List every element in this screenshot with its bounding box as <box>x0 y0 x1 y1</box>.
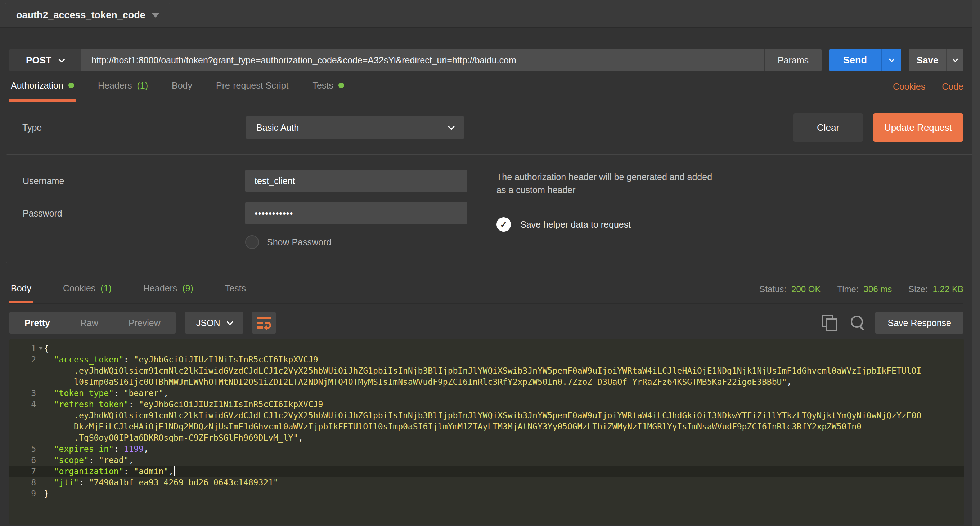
line-number: 7 <box>10 466 44 477</box>
tab-body[interactable]: Body <box>170 71 194 102</box>
tab-authorization[interactable]: Authorization <box>10 71 76 102</box>
copy-icon[interactable] <box>822 314 836 331</box>
tab-response-tests[interactable]: Tests <box>224 275 247 303</box>
search-icon[interactable] <box>850 315 866 331</box>
code-line: 2 "access_token": "eyJhbGciOiJIUzI1NiIsI… <box>10 354 964 365</box>
code-text[interactable]: DkzMjEiLCJleHAiOjE1NDg2MDQzNjUsImF1dGhvc… <box>44 421 964 432</box>
chevron-down-icon[interactable] <box>152 13 159 18</box>
code-link[interactable]: Code <box>942 81 963 92</box>
params-button[interactable]: Params <box>764 49 822 71</box>
send-label[interactable]: Send <box>829 49 881 71</box>
auth-panel: Username Password Show Password The auth… <box>6 154 974 263</box>
text-cursor <box>173 466 175 475</box>
send-button[interactable]: Send <box>829 49 901 71</box>
response-tabs: Body Cookies (1) Headers (9) Tests Statu… <box>10 275 963 304</box>
password-row: Password <box>23 202 467 225</box>
tab-response-headers[interactable]: Headers (9) <box>142 275 195 303</box>
scrollbar[interactable] <box>972 0 980 526</box>
line-number: 2 <box>10 354 44 365</box>
wrap-text-icon <box>256 316 272 330</box>
code-line: l0sImp0aSI6Ijc0OTBhMWJmLWVhOTMtNDI2OS1iZ… <box>10 376 964 388</box>
tab-label: Headers <box>143 283 178 293</box>
code-text[interactable]: "refresh_token": "eyJhbGciOiJIUzI1NiIsIn… <box>44 399 964 410</box>
tab-count: (9) <box>182 283 193 293</box>
send-options-caret[interactable] <box>881 49 901 71</box>
auth-helper: The authorization header will be generat… <box>467 170 974 249</box>
time-label: Time: <box>837 284 858 294</box>
username-label: Username <box>23 176 245 186</box>
chevron-down-icon <box>226 319 233 325</box>
view-switcher: Pretty Raw Preview <box>10 312 176 334</box>
line-number <box>10 365 44 376</box>
method-label: POST <box>26 55 51 66</box>
preview-button[interactable]: Preview <box>113 312 176 334</box>
url-input[interactable] <box>81 49 764 71</box>
tab-label: Body <box>172 80 192 91</box>
tab-label: Authorization <box>11 80 64 91</box>
save-label[interactable]: Save <box>909 49 946 71</box>
type-label: Type <box>10 123 245 133</box>
save-button[interactable]: Save <box>909 49 963 71</box>
code-text[interactable]: .TqS0oyO0IP1a6DKROsqbm-C9ZFrbSGlFh969DLv… <box>44 432 964 443</box>
code-text[interactable]: "token_type": "bearer", <box>44 388 964 399</box>
url-bar: POST Params <box>10 49 822 71</box>
auth-type-select[interactable]: Basic Auth <box>245 116 465 139</box>
save-helper-checkbox[interactable]: ✓ <box>496 217 511 232</box>
code-text[interactable]: { <box>44 343 964 354</box>
code-text[interactable]: "jti": "7490a1bf-ea93-4269-bd26-0643c148… <box>44 477 964 488</box>
save-helper-row: ✓ Save helper data to request <box>496 217 974 232</box>
tab-count: (1) <box>137 80 148 91</box>
code-text[interactable]: "expires_in": 1199, <box>44 443 964 455</box>
fold-arrow-icon[interactable] <box>38 347 43 350</box>
show-password-checkbox[interactable] <box>245 235 259 249</box>
clear-button[interactable]: Clear <box>793 113 863 142</box>
format-select[interactable]: JSON <box>185 312 243 334</box>
request-tab[interactable]: oauth2_access_token_code <box>5 3 170 27</box>
window-header: oauth2_access_token_code <box>0 0 980 28</box>
status-label: Status: <box>759 284 786 294</box>
pretty-button[interactable]: Pretty <box>10 312 65 334</box>
update-request-button[interactable]: Update Request <box>873 113 963 142</box>
line-number <box>10 421 44 432</box>
username-field[interactable] <box>245 170 467 192</box>
size-value: 1.22 KB <box>933 284 963 294</box>
code-text[interactable]: .eyJhdWQiOlsicm91cmNlc2lkIiwidGVzdCJdLCJ… <box>44 410 964 421</box>
params-label: Params <box>778 55 809 65</box>
wrap-text-button[interactable] <box>252 312 276 334</box>
line-number: 1 <box>10 343 44 354</box>
tab-tests[interactable]: Tests <box>311 71 345 102</box>
method-select[interactable]: POST <box>10 49 81 71</box>
username-row: Username <box>23 170 467 192</box>
code-text[interactable]: l0sImp0aSI6Ijc0OTBhMWJmLWVhOTMtNDI2OS1iZ… <box>44 376 964 388</box>
line-number <box>10 432 44 443</box>
code-text[interactable]: } <box>44 488 964 499</box>
auth-type-value: Basic Auth <box>256 123 299 133</box>
raw-button[interactable]: Raw <box>65 312 113 334</box>
tab-response-body[interactable]: Body <box>10 275 33 303</box>
helper-text: The authorization header will be generat… <box>496 171 713 196</box>
code-line: .TqS0oyO0IP1a6DKROsqbm-C9ZFrbSGlFh969DLv… <box>10 432 964 443</box>
chevron-down-icon <box>889 56 894 62</box>
code-line: 9} <box>10 488 964 499</box>
tab-response-cookies[interactable]: Cookies (1) <box>62 275 113 303</box>
status-value: 200 OK <box>791 284 821 294</box>
line-number <box>10 410 44 421</box>
tab-headers[interactable]: Headers (1) <box>97 71 150 102</box>
line-number <box>10 376 44 388</box>
code-panel[interactable]: 1{2 "access_token": "eyJhbGciOiJIUzI1NiI… <box>10 340 964 524</box>
code-text[interactable]: "organization": "admin", <box>44 466 964 477</box>
status-dot-icon <box>339 83 344 88</box>
line-number: 3 <box>10 388 44 399</box>
password-field[interactable] <box>245 202 467 225</box>
tab-label: Tests <box>312 80 333 91</box>
code-text[interactable]: .eyJhdWQiOlsicm91cmNlc2lkIiwidGVzdCJdLCJ… <box>44 365 964 376</box>
response-toolbar: Pretty Raw Preview JSON Save Response <box>10 312 963 334</box>
cookies-link[interactable]: Cookies <box>893 81 925 92</box>
tab-pre-request-script[interactable]: Pre-request Script <box>215 71 290 102</box>
save-response-button[interactable]: Save Response <box>875 312 963 334</box>
code-text[interactable]: "scope": "read", <box>44 455 964 466</box>
code-line: .eyJhdWQiOlsicm91cmNlc2lkIiwidGVzdCJdLCJ… <box>10 410 964 421</box>
tab-label: Body <box>11 283 31 293</box>
code-text[interactable]: "access_token": "eyJhbGciOiJIUzI1NiIsInR… <box>44 354 964 365</box>
save-options-caret[interactable] <box>946 49 963 71</box>
